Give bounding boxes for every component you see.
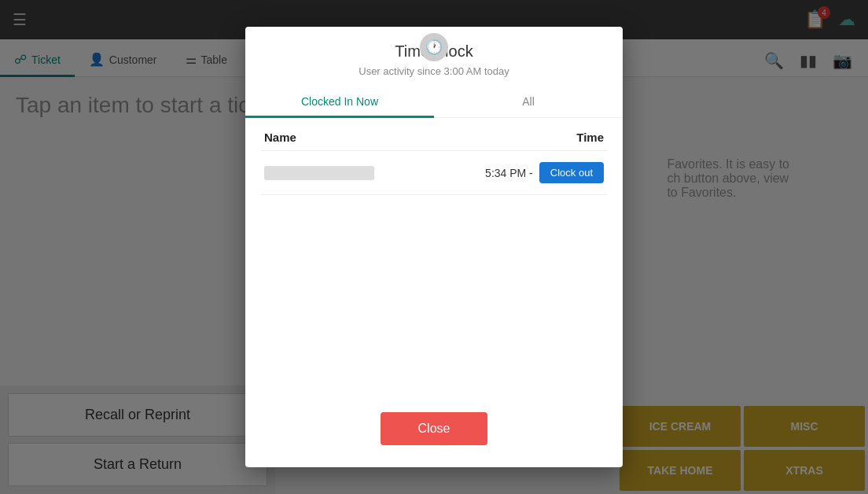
header-name: Name bbox=[264, 131, 296, 144]
modal-tabs: Clocked In Now All bbox=[245, 87, 623, 118]
tab-clocked-in-now[interactable]: Clocked In Now bbox=[245, 87, 434, 118]
modal-overlay: 🕐 Time Clock User activity since 3:00 AM… bbox=[0, 0, 868, 494]
table-row: 5:34 PM - Clock out bbox=[261, 151, 607, 195]
modal-subtitle: User activity since 3:00 AM today bbox=[359, 65, 509, 77]
clock-in-time: 5:34 PM - bbox=[485, 167, 533, 179]
tab-all[interactable]: All bbox=[434, 87, 623, 118]
row-time-info: 5:34 PM - Clock out bbox=[485, 162, 604, 183]
clock-out-button[interactable]: Clock out bbox=[539, 162, 604, 183]
clock-icon: 🕐 bbox=[420, 33, 448, 61]
table-header: Name Time bbox=[261, 124, 607, 151]
header-time: Time bbox=[576, 131, 604, 144]
employee-name-blurred bbox=[264, 166, 374, 180]
modal-table: Name Time 5:34 PM - Clock out bbox=[245, 124, 623, 195]
time-clock-modal: Time Clock User activity since 3:00 AM t… bbox=[245, 27, 623, 467]
close-button[interactable]: Close bbox=[381, 412, 488, 445]
